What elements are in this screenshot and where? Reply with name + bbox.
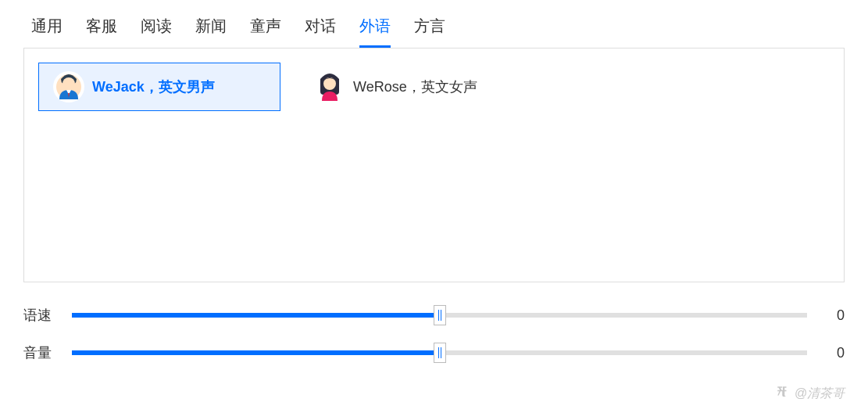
tab-general[interactable]: 通用	[31, 16, 63, 48]
watermark: @清茶哥	[776, 385, 845, 402]
voice-card-werose[interactable]: WeRose，英文女声	[299, 63, 541, 111]
voice-card-wejack[interactable]: WeJack，英文男声	[38, 63, 280, 111]
slider-value-speed: 0	[821, 307, 845, 324]
tab-service[interactable]: 客服	[86, 16, 117, 48]
tab-foreign[interactable]: 外语	[359, 16, 391, 48]
slider-fill-volume	[72, 350, 440, 355]
tab-reading[interactable]: 阅读	[141, 16, 172, 48]
voice-label: WeRose，英文女声	[353, 77, 477, 96]
voice-selection-panel: WeJack，英文男声 WeRose，英文女声	[23, 48, 845, 282]
slider-track-speed[interactable]	[72, 313, 807, 318]
tab-child[interactable]: 童声	[250, 16, 281, 48]
avatar-male-icon	[53, 71, 84, 102]
slider-label-volume: 音量	[23, 343, 58, 362]
watermark-text: @清茶哥	[795, 386, 845, 402]
slider-track-volume[interactable]	[72, 350, 807, 355]
slider-thumb-volume[interactable]	[434, 343, 446, 363]
tabs-bar: 通用 客服 阅读 新闻 童声 对话 外语 方言	[0, 0, 868, 48]
slider-row-volume: 音量 0	[23, 343, 845, 362]
slider-value-volume: 0	[821, 345, 845, 361]
sliders-section: 语速 0 音量 0	[0, 282, 868, 362]
slider-label-speed: 语速	[23, 306, 58, 325]
avatar-female-icon	[314, 71, 345, 102]
slider-row-speed: 语速 0	[23, 306, 845, 325]
tab-dialect[interactable]: 方言	[414, 16, 445, 48]
zhihu-icon	[776, 385, 790, 402]
slider-thumb-speed[interactable]	[434, 305, 446, 325]
tab-news[interactable]: 新闻	[195, 16, 227, 48]
slider-fill-speed	[72, 313, 440, 318]
voice-options: WeJack，英文男声 WeRose，英文女声	[38, 63, 830, 111]
tab-dialog[interactable]: 对话	[305, 16, 336, 48]
svg-point-2	[63, 77, 75, 90]
voice-label: WeJack，英文男声	[92, 77, 215, 96]
